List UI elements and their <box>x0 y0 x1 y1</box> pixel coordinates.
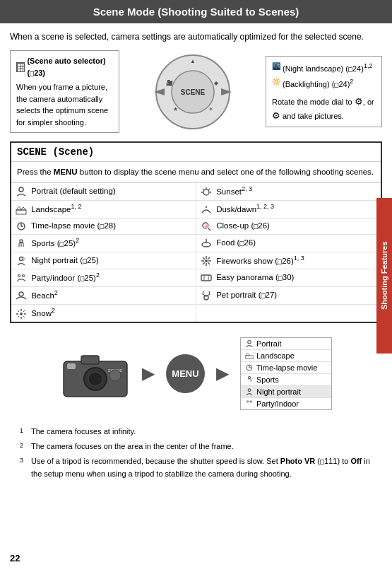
table-cell: Food (□26) <box>196 234 381 252</box>
table-row: Portrait (default setting) Sunset2, 3 <box>11 183 381 200</box>
footnote-3: 3 Use of a tripod is recommended, becaus… <box>20 455 372 480</box>
menu-list-item[interactable]: Party/Indoor <box>241 398 331 409</box>
food-icon <box>201 238 212 249</box>
svg-line-34 <box>203 257 205 259</box>
table-cell: Beach2 <box>11 287 196 305</box>
table-cell: Landscape1, 2 <box>11 201 196 218</box>
table-row: Beach2 Pet portrait (□27) <box>11 287 381 305</box>
svg-text:SCENE: SCENE <box>180 88 205 96</box>
panorama-icon <box>201 272 212 284</box>
table-row: Time-lapse movie (□28) 🌸 Close-up (□26) <box>11 218 381 234</box>
svg-rect-58 <box>67 363 76 369</box>
table-row: Sports (□25)2 Food (□26) <box>11 234 381 252</box>
svg-point-66 <box>248 389 251 392</box>
timelapse-small-icon <box>245 363 254 372</box>
mode-dial-svg: SCENE ▲ ◆ ☀ ★ 🎥 <box>154 53 232 131</box>
table-row: Party/indoor (□25)2 Easy panorama (□30) <box>11 269 381 287</box>
svg-text:▲: ▲ <box>190 58 196 64</box>
scene-section-title: SCENE (Scene) <box>17 146 94 158</box>
party-icon <box>16 273 27 284</box>
svg-text:◆: ◆ <box>214 80 219 86</box>
svg-marker-63 <box>246 353 250 356</box>
portrait-small-icon <box>245 339 254 348</box>
footnote-text: Use of a tripod is recommended, because … <box>31 455 372 480</box>
svg-rect-17 <box>16 210 26 214</box>
svg-line-51 <box>23 316 25 317</box>
dusk-icon <box>201 204 212 216</box>
menu-list-item[interactable]: Time-lapse movie <box>241 362 331 374</box>
scene-table: Portrait (default setting) Sunset2, 3 La… <box>11 183 381 322</box>
arrow-icon: ▶ <box>142 363 155 383</box>
menu-list: Portrait Landscape Time-lapse movie Spor… <box>240 337 332 410</box>
table-row: Night portrait (□25) Fireworks show (□26… <box>11 252 381 269</box>
svg-point-43 <box>19 292 23 296</box>
svg-line-50 <box>18 310 19 312</box>
page-title: Scene Mode (Shooting Suited to Scenes) <box>93 6 299 18</box>
svg-point-45 <box>20 313 23 315</box>
menu-button[interactable]: MENU <box>166 354 205 393</box>
menu-list-item[interactable]: Sports <box>241 374 331 386</box>
svg-point-28 <box>20 257 23 260</box>
svg-text:☀: ☀ <box>208 106 213 112</box>
footnote-num: 3 <box>20 455 28 480</box>
menu-button-label: MENU <box>172 368 198 379</box>
svg-point-38 <box>18 275 20 277</box>
sports-icon <box>16 238 27 250</box>
right-rotate-text: Rotate the mode dial to ⚙, or ⚙ and take… <box>272 95 376 122</box>
footnote-text: The camera focuses on the area in the ce… <box>31 440 234 454</box>
svg-text:★: ★ <box>172 106 177 112</box>
menu-list-item[interactable]: Landscape <box>241 350 331 362</box>
svg-point-60 <box>109 370 121 381</box>
footnotes: 1 The camera focuses at infinity. 2 The … <box>10 423 382 485</box>
svg-line-53 <box>18 316 19 317</box>
diagram-area: (Scene auto selector) (□23) When you fra… <box>10 50 382 133</box>
intro-text: When a scene is selected, camera setting… <box>10 30 382 43</box>
svg-text:🎥: 🎥 <box>166 79 173 86</box>
nightportrait-icon <box>16 255 27 267</box>
timelapse-icon <box>16 221 27 232</box>
page-header: Scene Mode (Shooting Suited to Scenes) <box>0 0 392 23</box>
right-item-1: 🌃 (Night landscape) (□24)1,2 <box>272 61 376 75</box>
table-row: Landscape1, 2 Dusk/dawn1, 2, 3 <box>11 201 381 218</box>
table-cell: Sunset2, 3 <box>196 183 381 200</box>
footnote-1: 1 The camera focuses at infinity. <box>20 426 372 439</box>
svg-point-67 <box>247 401 249 402</box>
table-cell: Snow2 <box>11 305 196 322</box>
svg-point-10 <box>19 187 23 192</box>
svg-point-57 <box>88 372 102 386</box>
bottom-diagram: SCENE ▶ MENU ▶ Portrait Landscape Time-l <box>10 330 382 417</box>
table-cell: Time-lapse movie (□28) <box>11 218 196 234</box>
table-cell: Portrait (default setting) <box>11 183 196 200</box>
sidebar-label: Shooting Features <box>376 198 392 354</box>
svg-point-61 <box>248 340 251 344</box>
nightportrait-small-icon <box>245 387 254 396</box>
table-row: Snow2 <box>11 305 381 322</box>
table-cell <box>196 305 381 322</box>
fireworks-icon <box>201 255 212 267</box>
menu-list-item-highlighted[interactable]: Night portrait <box>241 386 331 398</box>
landscape-small-icon <box>245 351 254 360</box>
svg-point-39 <box>23 275 25 277</box>
footnote-text: The camera focuses at infinity. <box>31 426 136 439</box>
sunset-icon <box>201 187 212 198</box>
svg-rect-40 <box>201 275 211 281</box>
footnote-num: 1 <box>20 426 28 439</box>
footnote-2: 2 The camera focuses on the area in the … <box>20 440 372 454</box>
svg-line-14 <box>203 189 204 190</box>
beach-icon <box>16 291 27 302</box>
landscape-icon <box>16 204 27 216</box>
footnote-num: 2 <box>20 440 28 454</box>
right-item-2: 🔆 (Backlighting) (□24)2 <box>272 76 376 91</box>
sidebar-text: Shooting Features <box>380 242 388 310</box>
petportrait-icon <box>201 290 212 301</box>
arrow-icon-2: ▶ <box>216 363 229 383</box>
page-number: 22 <box>10 553 20 564</box>
svg-line-37 <box>203 263 205 265</box>
menu-list-item[interactable]: Portrait <box>241 338 331 350</box>
scene-section-desc: Press the MENU button to display the sce… <box>11 162 381 183</box>
scene-section-header: SCENE (Scene) <box>11 143 381 162</box>
svg-line-52 <box>23 310 25 312</box>
left-callout-title: (Scene auto selector) (□23) <box>27 55 113 78</box>
svg-rect-62 <box>246 356 254 359</box>
svg-line-35 <box>208 263 210 265</box>
